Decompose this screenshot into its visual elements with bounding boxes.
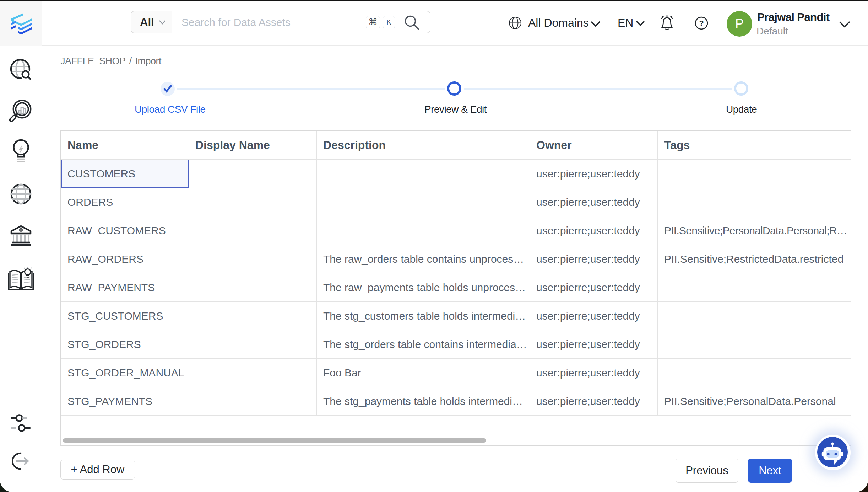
svg-text:?: ? [699, 19, 704, 28]
